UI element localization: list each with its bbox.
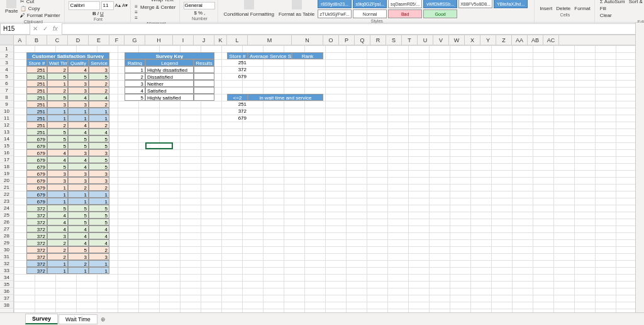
cell[interactable]: 3 bbox=[47, 177, 68, 184]
cell[interactable]: 5 bbox=[47, 128, 68, 135]
cell[interactable]: 5 bbox=[89, 135, 109, 142]
cell[interactable]: 4 bbox=[125, 87, 145, 94]
cell[interactable]: 5 bbox=[68, 212, 89, 219]
cell-style-bad[interactable]: Bad bbox=[388, 9, 422, 18]
cell[interactable]: 3 bbox=[89, 66, 109, 73]
cell[interactable]: 1 bbox=[68, 108, 89, 115]
cell[interactable]: Satisfied bbox=[145, 87, 194, 94]
cell-style[interactable]: s9iq0GZFpsl... bbox=[353, 0, 387, 8]
cell[interactable]: 3 bbox=[68, 87, 89, 94]
cell[interactable]: Average Service Satisfaction bbox=[248, 52, 292, 59]
row-header[interactable]: 14 bbox=[0, 135, 13, 142]
cell[interactable]: 372 bbox=[26, 253, 47, 260]
col-header[interactable]: L bbox=[227, 35, 248, 45]
cell[interactable]: 3 bbox=[68, 149, 89, 156]
cell[interactable]: 2 bbox=[47, 66, 68, 73]
cell[interactable]: 3 bbox=[47, 101, 68, 108]
tab-wait-time[interactable]: Wait Time bbox=[58, 314, 97, 324]
row-header[interactable]: 31 bbox=[0, 253, 13, 260]
row-header[interactable]: 35 bbox=[0, 281, 13, 288]
cell[interactable] bbox=[194, 94, 214, 101]
row-header[interactable]: 7 bbox=[0, 87, 13, 94]
cell[interactable]: 5 bbox=[68, 219, 89, 225]
cell[interactable]: 1 bbox=[68, 267, 89, 274]
cell[interactable]: 4 bbox=[89, 128, 109, 135]
font-name-input[interactable] bbox=[69, 1, 100, 10]
cell[interactable]: 4 bbox=[47, 219, 68, 225]
cell[interactable]: 3 bbox=[47, 170, 68, 177]
tab-survey[interactable]: Survey bbox=[25, 314, 58, 324]
cell[interactable]: 3 bbox=[68, 170, 89, 177]
cell[interactable]: 3 bbox=[68, 101, 89, 108]
cell-style[interactable]: vWfDMfSSb... bbox=[423, 0, 457, 8]
cell[interactable]: 1 bbox=[89, 115, 109, 122]
cell[interactable]: 4 bbox=[68, 225, 89, 232]
autosum-button[interactable]: Σ AutoSum bbox=[599, 0, 626, 5]
cell[interactable] bbox=[194, 66, 214, 73]
cell[interactable]: 372 bbox=[26, 219, 47, 225]
col-header[interactable]: X bbox=[465, 35, 480, 45]
cell[interactable]: 3 bbox=[125, 80, 145, 87]
format-as-table-button[interactable]: Format as Table bbox=[277, 0, 316, 18]
cell[interactable]: Customer Satisfaction Survey bbox=[26, 52, 109, 59]
cell[interactable]: 251 bbox=[26, 101, 47, 108]
cell[interactable]: 251 bbox=[26, 66, 47, 73]
cell[interactable]: 1 bbox=[68, 115, 89, 122]
cell[interactable]: 2 bbox=[89, 87, 109, 94]
clear-button[interactable]: Clear bbox=[599, 12, 626, 19]
col-header[interactable]: AB bbox=[528, 35, 543, 45]
comma-button[interactable]: , bbox=[204, 10, 205, 16]
cell[interactable]: Survey Key bbox=[125, 52, 214, 59]
cell[interactable]: 5 bbox=[89, 142, 109, 149]
cell-style-normal[interactable]: Normal bbox=[353, 9, 387, 18]
cell[interactable]: 679 bbox=[26, 156, 47, 163]
cell[interactable]: 3 bbox=[89, 253, 109, 260]
paste-button[interactable]: Paste bbox=[5, 0, 18, 19]
cell[interactable]: 2 bbox=[89, 122, 109, 128]
cell[interactable]: 679 bbox=[26, 177, 47, 184]
cell[interactable]: 5 bbox=[47, 205, 68, 212]
cell[interactable]: 251 bbox=[26, 87, 47, 94]
cell[interactable]: Service bbox=[89, 59, 109, 66]
cell[interactable]: 2 bbox=[47, 239, 68, 246]
col-header[interactable]: Z bbox=[496, 35, 512, 45]
cell[interactable]: 4 bbox=[68, 239, 89, 246]
cell[interactable]: 372 bbox=[227, 66, 248, 73]
cell[interactable]: 4 bbox=[68, 232, 89, 239]
cell[interactable]: Store # bbox=[227, 52, 248, 59]
col-header[interactable]: Y bbox=[480, 35, 496, 45]
cell-style[interactable]: zTUk9Sj/FwF... bbox=[318, 9, 352, 18]
percent-button[interactable]: % bbox=[198, 10, 203, 16]
cell[interactable]: 679 bbox=[26, 149, 47, 156]
select-all-corner[interactable] bbox=[0, 35, 14, 45]
row-header[interactable]: 28 bbox=[0, 232, 13, 239]
cell[interactable]: 4 bbox=[68, 163, 89, 170]
cell[interactable]: 251 bbox=[26, 108, 47, 115]
align-buttons[interactable]: ≡ ≡ ≡ bbox=[137, 0, 148, 3]
cancel-icon[interactable]: ✕ bbox=[30, 25, 40, 32]
cell[interactable]: 1 bbox=[47, 191, 68, 198]
col-header[interactable]: U bbox=[418, 35, 433, 45]
row-header[interactable]: 36 bbox=[0, 288, 13, 295]
cell[interactable]: 3 bbox=[68, 80, 89, 87]
cell[interactable]: in wait time and service bbox=[248, 94, 323, 101]
formula-bar[interactable] bbox=[62, 23, 644, 35]
cell[interactable] bbox=[194, 80, 214, 87]
row-header[interactable]: 38 bbox=[0, 302, 13, 309]
cell[interactable]: 5 bbox=[47, 94, 68, 101]
cell[interactable]: 4 bbox=[89, 225, 109, 232]
cell[interactable]: 2 bbox=[89, 246, 109, 253]
row-header[interactable]: 1 bbox=[0, 45, 13, 52]
row-header[interactable]: 10 bbox=[0, 108, 13, 115]
cell[interactable]: 372 bbox=[26, 212, 47, 219]
row-header[interactable]: 11 bbox=[0, 115, 13, 122]
cell[interactable]: 372 bbox=[26, 260, 47, 267]
col-header[interactable]: C bbox=[47, 35, 68, 45]
col-header[interactable]: R bbox=[370, 35, 386, 45]
cell[interactable]: 4 bbox=[68, 94, 89, 101]
cell[interactable]: Quality bbox=[68, 59, 89, 66]
cell[interactable]: 1 bbox=[47, 198, 68, 205]
cell[interactable]: 372 bbox=[26, 246, 47, 253]
cell[interactable]: 679 bbox=[26, 135, 47, 142]
cell[interactable]: 2 bbox=[47, 246, 68, 253]
